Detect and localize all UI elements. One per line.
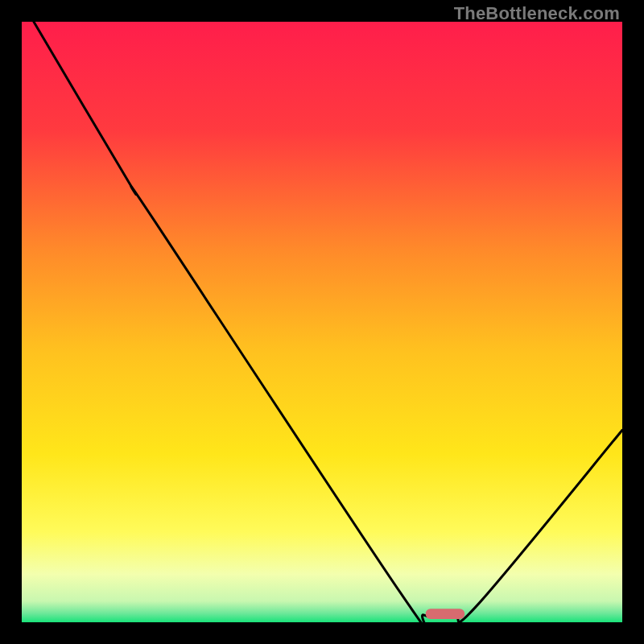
chart-svg	[22, 22, 622, 622]
optimum-marker	[426, 609, 464, 619]
gradient-background	[22, 22, 622, 622]
plot-area	[22, 22, 622, 622]
chart-frame: TheBottleneck.com	[0, 0, 644, 644]
